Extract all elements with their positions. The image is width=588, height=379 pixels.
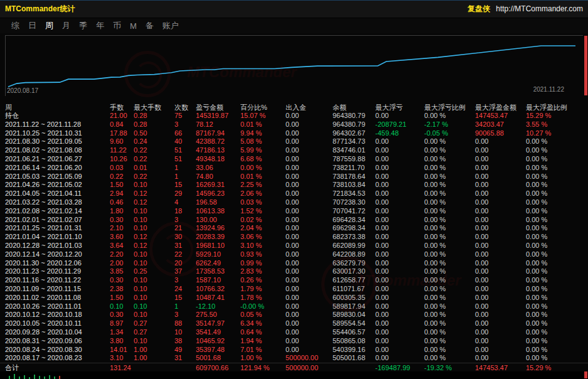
table-cell: 0.12	[134, 233, 174, 242]
menu-item-10[interactable]: 账户	[163, 20, 179, 31]
menu-item-6[interactable]: 年	[96, 20, 104, 31]
table-row[interactable]: 2021.04.26 ~ 2021.05.021.500.101516269.3…	[0, 181, 588, 190]
table-row[interactable]: 2020.12.28 ~ 2021.01.033.640.123119681.1…	[0, 242, 588, 250]
table-row[interactable]: 2020.09.28 ~ 2020.10.041.340.27103541.49…	[0, 328, 588, 337]
table-row[interactable]: 2020.08.24 ~ 2020.08.3014.011.004935397.…	[0, 346, 588, 355]
table-cell: 500000.00	[286, 354, 333, 363]
table-row[interactable]: 2021.08.30 ~ 2021.09.059.600.244042388.7…	[0, 137, 588, 146]
table-cell: 0.00	[375, 181, 424, 190]
table-row[interactable]: 2020.12.14 ~ 2020.12.202.200.10225929.10…	[0, 250, 588, 259]
table-row[interactable]: 2020.11.09 ~ 2020.11.152.380.102410766.3…	[0, 285, 588, 294]
brand-url-link[interactable]: http://MTCommander.com	[496, 4, 583, 13]
table-row[interactable]: 2021.08.02 ~ 2021.08.0811.220.225147186.…	[0, 146, 588, 155]
table-cell: 3	[174, 120, 196, 129]
table-cell: 0.01 %	[240, 120, 286, 129]
table-cell: 0.00	[375, 146, 424, 155]
table-cell: 0.00 %	[526, 259, 588, 268]
table-row[interactable]: 2021.05.03 ~ 2021.05.090.220.22174.800.0…	[0, 173, 588, 181]
total-cell	[333, 363, 375, 371]
table-cell: 0.00	[286, 311, 333, 319]
table-cell: 0.00	[375, 190, 424, 198]
menu-item-8[interactable]: M	[130, 21, 137, 31]
menu-item-5[interactable]: 季	[79, 20, 87, 31]
table-cell: 2021.10.25 ~ 2021.10.31	[0, 129, 110, 138]
menu-item-1[interactable]: 综	[11, 20, 19, 31]
table-cell: 0.00 %	[424, 267, 475, 276]
table-cell: 636279.79	[333, 259, 375, 268]
table-cell: 0.00	[475, 164, 526, 173]
table-cell: 0.00 %	[526, 354, 588, 363]
table-cell: 1	[174, 173, 196, 181]
table-cell: 0.00 %	[526, 164, 588, 173]
table-row[interactable]: 2020.10.12 ~ 2020.10.180.300.103275.500.…	[0, 311, 588, 319]
table-cell: 17.88	[110, 129, 134, 138]
table-cell: 2.25 %	[240, 181, 286, 190]
table-cell: 9.60	[110, 137, 134, 146]
column-header-11: 最大浮盈金额	[475, 103, 526, 112]
table-cell: 4	[174, 198, 196, 207]
table-cell: 0.00 %	[424, 285, 475, 294]
table-cell: 0.00 %	[424, 173, 475, 181]
table-row[interactable]: 2020.10.05 ~ 2020.10.118.970.278835147.9…	[0, 319, 588, 328]
menu-item-7[interactable]: 币	[113, 20, 121, 31]
table-cell: 0.00	[375, 164, 424, 173]
table-cell: -0.05 %	[424, 129, 475, 138]
table-row[interactable]: 2020.08.31 ~ 2020.09.063.800.103810465.9…	[0, 337, 588, 346]
table-row[interactable]: 2020.11.16 ~ 2020.11.220.300.1031587.100…	[0, 276, 588, 285]
chart-scrollbar-marker[interactable]	[584, 36, 587, 95]
table-row[interactable]: 2021.06.14 ~ 2021.06.200.030.01133.060.0…	[0, 164, 588, 173]
table-cell: 0.00	[475, 346, 526, 355]
table-cell: 0.10	[134, 294, 174, 302]
table-row[interactable]: 2021.11.22 ~ 2021.11.280.840.28378.120.0…	[0, 120, 588, 129]
table-row[interactable]: 2021.01.04 ~ 2021.01.103.600.123020283.3…	[0, 233, 588, 242]
table-cell: 0.00	[286, 233, 333, 242]
table-cell: 10613.38	[196, 207, 240, 216]
table-cell: 964380.79	[333, 112, 375, 120]
title-bar: MTCommander统计 复盘侠 http://MTCommander.com	[0, 1, 588, 18]
table-cell: 738178.64	[333, 173, 375, 181]
table-cell: 696298.34	[333, 224, 375, 233]
table-row[interactable]: 2020.11.02 ~ 2020.11.081.500.101510487.4…	[0, 294, 588, 302]
table-cell: 0.00	[375, 346, 424, 355]
table-cell: 47186.13	[196, 146, 240, 155]
table-row[interactable]: 2020.10.26 ~ 2020.11.010.100.101-12.10-0…	[0, 302, 588, 311]
table-cell: 0.27	[134, 328, 174, 337]
menu-item-9[interactable]: 备	[146, 20, 154, 31]
table-cell: 35397.48	[196, 346, 240, 355]
menu-item-4[interactable]: 月	[62, 20, 70, 31]
bottom-scrollbar-marker[interactable]	[584, 371, 587, 378]
table-cell: 6.68 %	[240, 155, 286, 164]
table-cell: 0.00	[375, 276, 424, 285]
menu-item-3[interactable]: 周	[45, 20, 53, 31]
table-cell: 0.00	[286, 164, 333, 173]
table-row[interactable]: 2021.02.01 ~ 2021.02.070.300.103130.000.…	[0, 216, 588, 225]
table-cell: 0.00 %	[526, 337, 588, 346]
table-row[interactable]: 2020.11.30 ~ 2020.12.062.000.10206262.49…	[0, 259, 588, 268]
table-row[interactable]: 2021.06.21 ~ 2021.06.2710.260.225149348.…	[0, 155, 588, 164]
table-cell: 0.00	[475, 155, 526, 164]
table-cell: 0.10	[134, 224, 174, 233]
table-cell: 0.00	[286, 146, 333, 155]
table-row[interactable]: 持仓21.000.2875145319.8715.07 %0.00964380.…	[0, 112, 588, 120]
table-cell: 0.00	[475, 137, 526, 146]
table-row[interactable]: 2021.02.08 ~ 2021.02.141.800.101810613.3…	[0, 207, 588, 216]
table-row[interactable]: 2021.10.25 ~ 2021.10.3117.880.506687167.…	[0, 129, 588, 138]
table-cell: 0.00	[286, 198, 333, 207]
table-cell: 2021.06.21 ~ 2021.06.27	[0, 155, 110, 164]
table-cell: 0.00	[286, 137, 333, 146]
table-row[interactable]: 2020.08.17 ~ 2020.08.233.101.00315001.68…	[0, 354, 588, 363]
table-row[interactable]: 2021.04.05 ~ 2021.04.112.940.122914596.2…	[0, 190, 588, 198]
menu-item-2[interactable]: 日	[28, 20, 36, 31]
table-cell: 2.00	[110, 259, 134, 268]
equity-chart-panel[interactable]: 2020.08.17 2021.11.22	[5, 35, 583, 96]
table-cell: -0.00 %	[240, 302, 286, 311]
table-cell: 0.00 %	[424, 337, 475, 346]
table-row[interactable]: 2020.11.23 ~ 2020.11.293.850.253717358.5…	[0, 267, 588, 276]
table-cell: 0.00	[375, 294, 424, 302]
total-row[interactable]: 合计131.24609700.66121.94 %500000.00-16948…	[0, 363, 588, 371]
table-cell: 24	[174, 285, 196, 294]
table-row[interactable]: 2021.03.22 ~ 2021.03.280.460.124196.580.…	[0, 198, 588, 207]
table-cell: 2.10	[110, 224, 134, 233]
table-row[interactable]: 2021.01.25 ~ 2021.01.312.100.102113924.9…	[0, 224, 588, 233]
table-cell: 14596.23	[196, 190, 240, 198]
